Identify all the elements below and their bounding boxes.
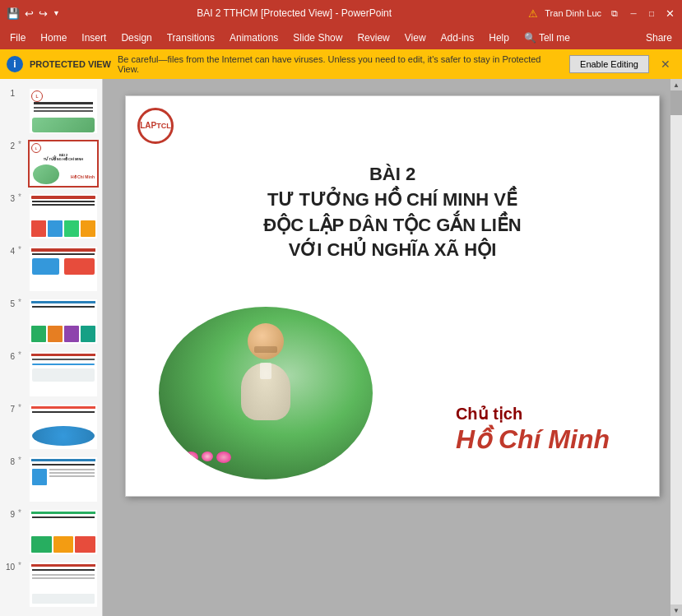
title-bar: 💾 ↩ ↪ ▼ BAI 2 TTHCM [Protected View] - P… [0,0,682,26]
menu-animations[interactable]: Animations [223,29,285,47]
redo-icon[interactable]: ↪ [39,7,48,20]
slide-thumb-4[interactable]: 4 * [3,245,99,293]
protected-message: Be careful—files from the Internet can h… [118,54,563,74]
menu-tellme[interactable]: 🔍 Tell me [517,29,577,47]
slide-thumb-10[interactable]: 10 * [3,561,99,609]
slide-thumbnail-8[interactable] [28,456,99,503]
slide-title-line4: VỚI CHỦ NGHĨA XÃ HỘI [159,238,626,263]
warning-icon: ⚠ [528,7,538,20]
slide-logo: LAP TCL [137,108,174,144]
slide-thumbnail-4[interactable] [28,245,99,293]
protected-view-bar: i PROTECTED VIEW Be careful—files from t… [0,49,682,79]
close-protected-bar-button[interactable]: ✕ [656,56,675,72]
menu-design[interactable]: Design [114,29,158,47]
menu-insert[interactable]: Insert [75,29,113,47]
customize-icon[interactable]: ▼ [53,9,60,17]
save-icon[interactable]: 💾 [7,7,20,20]
slide-thumbnail-2[interactable]: L BÀI 2TƯ TƯỞNG HỒ CHÍ MINH Hồ Chí Minh [28,140,99,188]
slide-thumb-7[interactable]: 7 * [3,403,99,451]
protected-badge: PROTECTED VIEW [30,59,111,69]
right-scrollbar: ▲ ▼ [670,79,682,616]
slide-thumbnail-10[interactable] [28,561,99,609]
menu-help[interactable]: Help [482,29,516,47]
restore-down-icon[interactable]: ⧉ [608,8,621,19]
slide-thumbnail-3[interactable] [28,192,99,240]
slide-thumbnail-9[interactable] [28,508,99,556]
main-area: 1 L 2 * L BÀI 2TƯ TƯỞNG HỒ CHÍ MINH [0,79,682,616]
title-bar-right: ⚠ Tran Dinh Luc ⧉ ─ □ ✕ [528,7,675,20]
window-title: BAI 2 TTHCM [Protected View] - PowerPoin… [60,7,528,19]
close-button[interactable]: ✕ [664,7,675,19]
scroll-track [670,90,682,604]
protected-icon: i [7,56,23,72]
quick-access-toolbar: 💾 ↩ ↪ ▼ [7,7,60,20]
ho-chi-minh-name: Hồ Chí Minh [456,424,610,455]
chu-tich-label: Chủ tịch [456,404,610,424]
slide-thumb-5[interactable]: 5 * [3,298,99,345]
slide-thumb-8[interactable]: 8 * [3,456,99,503]
menu-review[interactable]: Review [350,29,396,47]
menu-addins[interactable]: Add-ins [434,29,481,47]
menu-slideshow[interactable]: Slide Show [286,29,349,47]
scroll-down-button[interactable]: ▼ [670,604,682,616]
slide-thumb-6[interactable]: 6 * [3,350,99,398]
enable-editing-button[interactable]: Enable Editing [569,55,649,73]
username: Tran Dinh Luc [545,8,601,18]
slide-title-line1: BÀI 2 [159,162,626,188]
content-area: LAP TCL BÀI 2 TƯ TƯỞNG HỒ CHÍ MINH VỀ ĐỘ… [103,79,682,616]
undo-icon[interactable]: ↩ [25,7,34,20]
slide-title-line2: TƯ TƯỞNG HỒ CHÍ MINH VỀ [159,188,626,213]
slide-title-area: BÀI 2 TƯ TƯỞNG HỒ CHÍ MINH VỀ ĐỘC LẬP DÂ… [126,162,659,263]
slide-thumb-2[interactable]: 2 * L BÀI 2TƯ TƯỞNG HỒ CHÍ MINH Hồ Chí M… [3,140,99,188]
ho-chi-minh-text-area: Chủ tịch Hồ Chí Minh [456,404,610,455]
scroll-thumb[interactable] [670,90,682,115]
menu-share[interactable]: Share [639,29,679,47]
slide-thumbnail-6[interactable] [28,350,99,398]
menu-transitions[interactable]: Transitions [160,29,221,47]
slide-title-line3: ĐỘC LẬP DÂN TỘC GẮN LIỀN [159,213,626,239]
slide-panel: 1 L 2 * L BÀI 2TƯ TƯỞNG HỒ CHÍ MINH [0,79,103,616]
slide-thumbnail-5[interactable] [28,298,99,345]
scroll-up-button[interactable]: ▲ [670,79,682,90]
maximize-button[interactable]: □ [646,7,657,19]
slide-thumb-3[interactable]: 3 * [3,192,99,240]
menu-bar: File Home Insert Design Transitions Anim… [0,26,682,49]
slide-thumbnail-1[interactable]: L [28,87,99,135]
main-slide: LAP TCL BÀI 2 TƯ TƯỞNG HỒ CHÍ MINH VỀ ĐỘ… [125,95,660,497]
slide-thumb-1[interactable]: 1 L [3,87,99,135]
minimize-button[interactable]: ─ [628,7,639,19]
menu-view[interactable]: View [398,29,433,47]
menu-home[interactable]: Home [34,29,73,47]
slide-thumb-9[interactable]: 9 * [3,508,99,556]
slide-thumbnail-7[interactable] [28,403,99,451]
menu-file[interactable]: File [3,29,32,47]
